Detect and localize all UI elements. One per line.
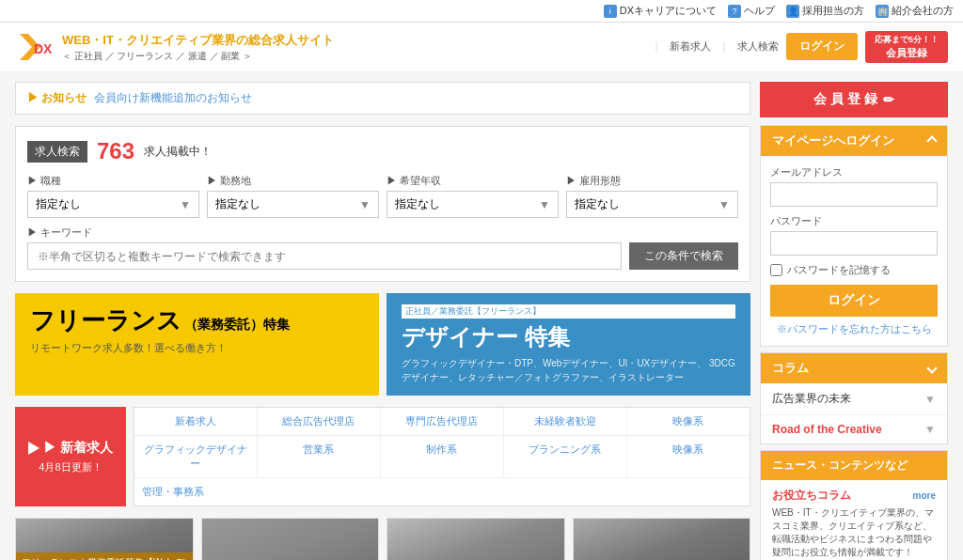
news-more-0[interactable]: more — [913, 490, 936, 501]
news-item-0: お役立ちコラム more WEB・IT・クリエイティブ業界の、マスコミ業界、クリ… — [761, 480, 947, 560]
forgot-password-link[interactable]: ※パスワードを忘れた方はこちら — [770, 322, 938, 336]
column-section-header[interactable]: コラム — [761, 353, 947, 383]
job-cards: フリーランス｜業務委託募集【Web ディレクター・デジタルマーケティングのUI/… — [15, 518, 750, 560]
nav-job-search[interactable]: 求人検索 — [737, 39, 779, 54]
job-nav-sales[interactable]: 営業系 — [258, 436, 381, 477]
column-item-0[interactable]: 広告業界の未来 ▼ — [761, 383, 947, 415]
notice-link[interactable]: 会員向け新機能追加のお知らせ — [94, 90, 252, 106]
search-label: 求人検索 — [27, 141, 87, 163]
filter-location: ▶ 勤務地 指定なし ▼ — [207, 174, 379, 218]
sidebar-news-section: ニュース・コンテンツなど お役立ちコラム more WEB・IT・クリエイティブ… — [760, 450, 948, 560]
job-card-img-3: フリーランス｜業務委託募集【デジ タルマーケ】開の当 社クリエイティブ・UXデザ… — [574, 519, 750, 560]
chevron-down-icon: ▼ — [180, 198, 191, 211]
play-icon — [28, 442, 39, 455]
topbar-item-agency[interactable]: 🏢 紹介会社の方 — [876, 4, 954, 18]
topbar-item-employer[interactable]: 👤 採用担当の方 — [786, 4, 864, 18]
freelance-banner[interactable]: フリーランス （業務委託）特集 リモートワーク求人多数！選べる働き方！ — [15, 293, 379, 396]
nav-new-arrivals[interactable]: 新着求人 — [670, 39, 711, 54]
svg-text:DX: DX — [34, 41, 53, 56]
logo-icon: DX — [15, 30, 53, 64]
job-nav-admin[interactable]: 管理・事務系 — [134, 478, 750, 506]
help-icon: ? — [728, 5, 741, 18]
login-section-header[interactable]: マイページへログイン — [761, 126, 947, 156]
job-card-0[interactable]: フリーランス｜業務委託募集【Web ディレクター・デジタルマーケティングのUI/… — [15, 518, 194, 560]
job-nav-production[interactable]: 制作系 — [381, 436, 504, 477]
job-card-1[interactable]: フリーランス｜業務委託募集【UI/UXデザイナー】大手企業と直接取引 のUI/U… — [201, 518, 380, 560]
chevron-down-icon: ▼ — [539, 198, 550, 211]
chevron-down-icon: ▼ — [359, 198, 371, 211]
topbar-item-help[interactable]: ? ヘルプ — [728, 4, 775, 18]
login-button[interactable]: ログイン — [786, 33, 858, 60]
job-card-img-1: フリーランス｜業務委託募集【UI/UXデザイナー】大手企業と直接取引 のUI/U… — [202, 519, 379, 560]
logo-area: DX WEB・IT・クリエイティブ業界の総合求人サイト ＜ 正社員 ／ フリーラ… — [15, 30, 334, 64]
banner-sub-yellow: リモートワーク求人多数！選べる働き方！ — [30, 341, 364, 355]
tagline-main: WEB・IT・クリエイティブ業界の総合求人サイト — [62, 31, 334, 50]
filter-employment-select[interactable]: 指定なし ▼ — [566, 191, 738, 218]
sidebar: 会 員 登 録 ✏ マイページへログイン メールアドレス パスワード — [760, 82, 948, 560]
main-container: ▶ お知らせ 会員向け新機能追加のお知らせ 求人検索 763 求人掲載中！ ▶ … — [0, 72, 963, 560]
column-item-1[interactable]: Road of the Creative ▼ — [761, 415, 947, 443]
job-nav-row-2: グラフィックデザイナー 営業系 制作系 プランニング系 映像系 — [134, 436, 750, 478]
job-nav-inexperienced[interactable]: 未経験者歓迎 — [504, 408, 627, 435]
job-card-img-0: フリーランス｜業務委託募集【Web ディレクター・デジタルマーケティングのUI/… — [16, 519, 193, 560]
keyword-row: ▶ キーワード この条件で検索 — [27, 226, 738, 270]
password-input[interactable] — [770, 231, 938, 256]
login-section-content: メールアドレス パスワード パスワードを記憶する ログイン ※パスワードを忘れた… — [761, 156, 947, 346]
designer-banner[interactable]: 正社員／業務委託【フリーランス】 デザイナー 特集 グラフィックデザイナー・DT… — [387, 293, 750, 396]
news-title-0[interactable]: お役立ちコラム more — [772, 488, 936, 504]
filter-occupation-select[interactable]: 指定なし ▼ — [27, 191, 199, 218]
filter-employment: ▶ 雇用形態 指定なし ▼ — [566, 174, 738, 218]
sidebar-column-section: コラム 広告業界の未来 ▼ Road of the Creative ▼ — [760, 352, 948, 444]
search-area: 求人検索 763 求人掲載中！ ▶ 職種 指定なし ▼ ▶ 勤務地 指定なし ▼ — [15, 126, 750, 282]
tagline-sub: ＜ 正社員 ／ フリーランス ／ 派遣 ／ 副業 ＞ — [62, 49, 334, 63]
job-nav-planning[interactable]: プランニング系 — [504, 436, 627, 477]
search-count-suffix: 求人掲載中！ — [144, 144, 212, 160]
password-field-group: パスワード — [770, 214, 938, 256]
content-area: ▶ お知らせ 会員向け新機能追加のお知らせ 求人検索 763 求人掲載中！ ▶ … — [15, 82, 750, 560]
job-nav-film[interactable]: 映像系 — [627, 408, 750, 435]
chevron-right-icon: ▼ — [924, 393, 936, 406]
member-register-button[interactable]: 会 員 登 録 ✏ — [760, 82, 948, 117]
logo[interactable]: DX — [15, 30, 53, 64]
logo-text-area: WEB・IT・クリエイティブ業界の総合求人サイト ＜ 正社員 ／ フリーランス … — [62, 31, 334, 64]
filter-salary: ▶ 希望年収 指定なし ▼ — [387, 174, 559, 218]
header-nav: ｜ 新着求人 ｜ 求人検索 ログイン 応募まで5分！！ 会員登録 — [651, 31, 948, 63]
register-button[interactable]: 応募まで5分！！ 会員登録 — [865, 31, 948, 63]
filter-salary-select[interactable]: 指定なし ▼ — [387, 191, 559, 218]
keyword-label: ▶ キーワード — [27, 226, 738, 240]
password-label: パスワード — [770, 214, 938, 228]
sidebar-login-section: マイページへログイン メールアドレス パスワード パスワードを記憶する ログイン… — [760, 125, 948, 347]
info-icon: i — [604, 5, 617, 18]
job-card-3[interactable]: フリーランス｜業務委託募集【デジ タルマーケ】開の当 社クリエイティブ・UXデザ… — [573, 518, 751, 560]
banner-main-blue: デザイナー 特集 — [402, 322, 735, 352]
email-label: メールアドレス — [770, 165, 938, 179]
job-nav-video[interactable]: 映像系 — [627, 436, 750, 477]
job-nav-graphic[interactable]: グラフィックデザイナー — [134, 436, 258, 477]
topbar-item-dx[interactable]: i DXキャリアについて — [604, 4, 717, 18]
sidebar-login-button[interactable]: ログイン — [770, 285, 938, 317]
job-card-2[interactable]: フリーランス｜業務委託募集【新規 営業案件】社員に求 人の当社・クリエイティブ業… — [387, 518, 565, 560]
keyword-input[interactable] — [27, 242, 622, 270]
news-desc-0: WEB・IT・クリエイティブ業界の、マスコミ業界、クリエイティブ系など、転職活動… — [772, 506, 936, 559]
filter-location-select[interactable]: 指定なし ▼ — [207, 191, 379, 218]
search-button[interactable]: この条件で検索 — [629, 242, 738, 270]
email-input[interactable] — [770, 182, 938, 207]
remember-checkbox[interactable] — [770, 264, 782, 276]
filter-row: ▶ 職種 指定なし ▼ ▶ 勤務地 指定なし ▼ ▶ 希望年収 — [27, 174, 738, 218]
job-nav-general-ad[interactable]: 総合広告代理店 — [258, 408, 381, 435]
remember-label: パスワードを記憶する — [787, 263, 891, 277]
job-nav-row-1: 新着求人 総合広告代理店 専門広告代理店 未経験者歓迎 映像系 — [134, 408, 750, 436]
person-icon: 👤 — [786, 5, 799, 18]
job-nav-special-ad[interactable]: 専門広告代理店 — [381, 408, 504, 435]
top-bar: i DXキャリアについて ? ヘルプ 👤 採用担当の方 🏢 紹介会社の方 — [0, 0, 963, 23]
new-jobs-section: ▶ 新着求人 4月8日更新！ 新着求人 総合広告代理店 専門広告代理店 未経験者… — [15, 407, 750, 506]
notice-label: ▶ お知らせ — [27, 90, 87, 106]
chevron-right-icon: ▼ — [924, 423, 936, 436]
banner-sub-blue: グラフィックデザイナー・DTP、Webデザイナー、UI・UXデザイナー、 3DC… — [402, 356, 735, 384]
building-icon: 🏢 — [876, 5, 889, 18]
banner-row: フリーランス （業務委託）特集 リモートワーク求人多数！選べる働き方！ 正社員／… — [15, 293, 750, 396]
search-header: 求人検索 763 求人掲載中！ — [27, 138, 738, 164]
job-nav-new[interactable]: 新着求人 — [134, 408, 258, 435]
new-jobs-label[interactable]: ▶ 新着求人 4月8日更新！ — [15, 407, 126, 506]
header: DX WEB・IT・クリエイティブ業界の総合求人サイト ＜ 正社員 ／ フリーラ… — [0, 23, 963, 72]
